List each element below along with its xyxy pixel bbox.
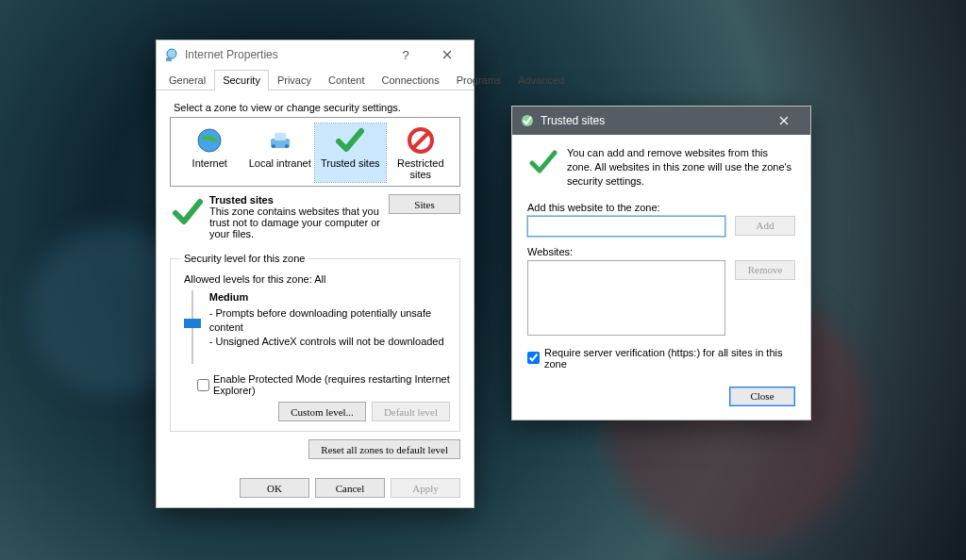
zone-instruction: Select a zone to view or change security… <box>174 102 460 113</box>
require-https-checkbox[interactable] <box>527 352 540 364</box>
apply-button: Apply <box>391 478 460 498</box>
svg-point-7 <box>285 144 289 148</box>
tab-general[interactable]: General <box>160 70 214 91</box>
websites-label: Websites: <box>527 246 795 257</box>
ok-button[interactable]: OK <box>240 478 309 498</box>
help-button[interactable]: ? <box>385 41 426 68</box>
titlebar[interactable]: Trusted sites <box>512 107 810 135</box>
tab-strip: General Security Privacy Content Connect… <box>157 69 474 91</box>
protected-mode-checkbox-row[interactable]: Enable Protected Mode (requires restarti… <box>197 373 450 396</box>
custom-level-button[interactable]: Custom level... <box>278 402 366 421</box>
trusted-sites-icon <box>520 113 535 128</box>
svg-rect-5 <box>275 133 286 140</box>
checkmark-icon <box>172 196 204 228</box>
svg-rect-1 <box>166 58 172 61</box>
protected-mode-label: Enable Protected Mode (requires restarti… <box>213 373 450 396</box>
zone-list: Internet Local intranet Trusted sites Re… <box>170 117 460 187</box>
restricted-icon <box>406 125 436 156</box>
add-button: Add <box>735 216 795 236</box>
dialog-title: Trusted sites <box>541 114 763 127</box>
close-button[interactable] <box>426 41 468 68</box>
trusted-sites-dialog: Trusted sites You can add and remove web… <box>511 106 811 420</box>
tab-connections[interactable]: Connections <box>373 70 447 91</box>
internet-options-icon <box>164 47 179 62</box>
svg-line-9 <box>413 133 428 148</box>
security-level-slider[interactable] <box>184 290 200 364</box>
add-website-label: Add this website to the zone: <box>527 202 795 213</box>
close-button[interactable] <box>763 107 805 134</box>
tab-content[interactable]: Content <box>320 70 374 91</box>
close-dialog-button[interactable]: Close <box>729 387 795 406</box>
zone-restricted-sites[interactable]: Restricted sites <box>386 124 457 182</box>
sites-button[interactable]: Sites <box>389 194 460 214</box>
tab-security[interactable]: Security <box>214 70 269 91</box>
zone-label: Internet <box>192 157 227 169</box>
require-https-row[interactable]: Require server verification (https:) for… <box>527 347 795 370</box>
allowed-levels-text: Allowed levels for this zone: All <box>184 273 450 285</box>
checkmark-icon <box>335 125 365 156</box>
level-line-2: - Unsigned ActiveX controls will not be … <box>209 335 450 349</box>
checkmark-icon <box>529 148 558 176</box>
intro-text: You can add and remove websites from thi… <box>567 146 795 189</box>
security-level-description: Medium - Prompts before downloading pote… <box>209 290 450 364</box>
globe-icon <box>194 125 225 156</box>
intranet-icon <box>265 125 295 156</box>
require-https-label: Require server verification (https:) for… <box>544 347 795 370</box>
level-line-1: - Prompts before downloading potentially… <box>209 306 450 335</box>
dialog-footer: OK Cancel Apply <box>157 469 474 507</box>
zone-label: Restricted sites <box>397 157 444 180</box>
websites-listbox[interactable] <box>527 260 725 336</box>
security-level-group: Security level for this zone Allowed lev… <box>170 253 460 432</box>
protected-mode-checkbox[interactable] <box>197 379 209 391</box>
security-level-legend: Security level for this zone <box>180 253 308 264</box>
reset-zones-button[interactable]: Reset all zones to default level <box>308 439 460 459</box>
zone-internet[interactable]: Internet <box>175 124 245 182</box>
titlebar[interactable]: Internet Properties ? <box>157 41 474 69</box>
tab-programs[interactable]: Programs <box>448 70 510 91</box>
cancel-button[interactable]: Cancel <box>315 478 385 498</box>
remove-button: Remove <box>735 260 795 280</box>
zone-description: Trusted sites This zone contains website… <box>209 194 383 239</box>
default-level-button: Default level <box>372 402 450 421</box>
zone-description-title: Trusted sites <box>209 194 274 206</box>
svg-point-6 <box>272 144 275 148</box>
tab-privacy[interactable]: Privacy <box>269 70 320 91</box>
tab-advanced[interactable]: Advanced <box>509 70 573 91</box>
zone-label: Local intranet <box>249 157 311 169</box>
dialog-title: Internet Properties <box>185 48 385 61</box>
zone-local-intranet[interactable]: Local intranet <box>245 124 316 182</box>
zone-trusted-sites[interactable]: Trusted sites <box>315 124 386 182</box>
internet-properties-dialog: Internet Properties ? General Security P… <box>156 40 475 508</box>
zone-description-body: This zone contains websites that you tru… <box>209 206 383 239</box>
add-website-input[interactable] <box>527 216 725 237</box>
svg-point-0 <box>167 49 176 58</box>
level-name: Medium <box>209 290 450 305</box>
zone-label: Trusted sites <box>321 157 380 169</box>
